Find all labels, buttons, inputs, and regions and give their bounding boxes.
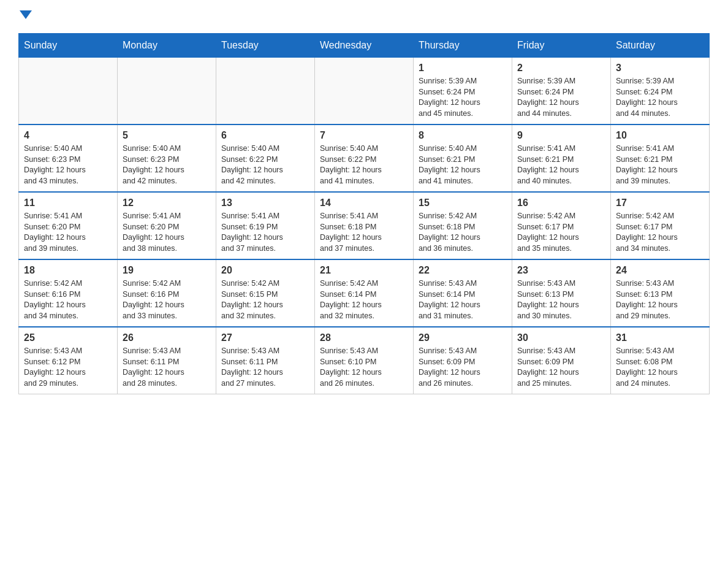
day-number: 2 (517, 63, 605, 74)
calendar-table: SundayMondayTuesdayWednesdayThursdayFrid… (18, 33, 710, 394)
day-header-thursday: Thursday (414, 34, 512, 58)
calendar-week-row: 4Sunrise: 5:40 AMSunset: 6:23 PMDaylight… (19, 124, 710, 192)
calendar-cell: 19Sunrise: 5:42 AMSunset: 6:16 PMDayligh… (118, 259, 216, 327)
day-info: Sunrise: 5:43 AMSunset: 6:11 PMDaylight:… (221, 346, 309, 389)
day-info: Sunrise: 5:40 AMSunset: 6:23 PMDaylight:… (24, 144, 112, 186)
day-info: Sunrise: 5:40 AMSunset: 6:23 PMDaylight:… (123, 144, 211, 186)
day-number: 20 (221, 265, 309, 276)
calendar-cell: 30Sunrise: 5:43 AMSunset: 6:09 PMDayligh… (512, 327, 611, 394)
calendar-cell: 7Sunrise: 5:40 AMSunset: 6:22 PMDaylight… (315, 124, 414, 192)
day-info: Sunrise: 5:42 AMSunset: 6:18 PMDaylight:… (419, 211, 507, 254)
logo (18, 12, 32, 21)
day-info: Sunrise: 5:43 AMSunset: 6:10 PMDaylight:… (320, 346, 408, 389)
calendar-cell: 1Sunrise: 5:39 AMSunset: 6:24 PMDaylight… (414, 58, 512, 125)
day-number: 9 (517, 130, 605, 141)
day-number: 4 (24, 130, 112, 141)
day-number: 23 (517, 265, 605, 276)
day-number: 13 (221, 197, 309, 209)
calendar-week-row: 11Sunrise: 5:41 AMSunset: 6:20 PMDayligh… (19, 192, 710, 259)
day-number: 12 (123, 197, 211, 209)
day-number: 18 (24, 265, 112, 276)
day-number: 17 (616, 197, 704, 209)
day-info: Sunrise: 5:40 AMSunset: 6:22 PMDaylight:… (221, 144, 309, 186)
day-number: 22 (419, 265, 507, 276)
day-info: Sunrise: 5:43 AMSunset: 6:14 PMDaylight:… (419, 278, 507, 321)
calendar-cell: 5Sunrise: 5:40 AMSunset: 6:23 PMDaylight… (118, 124, 216, 192)
calendar-cell: 10Sunrise: 5:41 AMSunset: 6:21 PMDayligh… (611, 124, 710, 192)
day-info: Sunrise: 5:42 AMSunset: 6:14 PMDaylight:… (320, 278, 408, 321)
calendar-cell: 26Sunrise: 5:43 AMSunset: 6:11 PMDayligh… (118, 327, 216, 394)
day-info: Sunrise: 5:43 AMSunset: 6:13 PMDaylight:… (616, 278, 704, 321)
calendar-cell: 29Sunrise: 5:43 AMSunset: 6:09 PMDayligh… (414, 327, 512, 394)
day-number: 10 (616, 130, 704, 141)
calendar-cell: 12Sunrise: 5:41 AMSunset: 6:20 PMDayligh… (118, 192, 216, 259)
calendar-cell: 3Sunrise: 5:39 AMSunset: 6:24 PMDaylight… (611, 58, 710, 125)
day-number: 21 (320, 265, 408, 276)
day-info: Sunrise: 5:42 AMSunset: 6:15 PMDaylight:… (221, 278, 309, 321)
calendar-week-row: 25Sunrise: 5:43 AMSunset: 6:12 PMDayligh… (19, 327, 710, 394)
day-number: 11 (24, 197, 112, 209)
day-info: Sunrise: 5:39 AMSunset: 6:24 PMDaylight:… (517, 76, 605, 119)
day-info: Sunrise: 5:40 AMSunset: 6:22 PMDaylight:… (320, 144, 408, 186)
page-header (18, 12, 710, 21)
day-info: Sunrise: 5:41 AMSunset: 6:19 PMDaylight:… (221, 211, 309, 254)
day-info: Sunrise: 5:43 AMSunset: 6:13 PMDaylight:… (517, 278, 605, 321)
day-number: 25 (24, 332, 112, 343)
calendar-cell: 20Sunrise: 5:42 AMSunset: 6:15 PMDayligh… (216, 259, 315, 327)
logo-triangle-icon (20, 10, 32, 19)
calendar-cell: 8Sunrise: 5:40 AMSunset: 6:21 PMDaylight… (414, 124, 512, 192)
day-number: 1 (419, 63, 507, 74)
day-info: Sunrise: 5:42 AMSunset: 6:16 PMDaylight:… (24, 278, 112, 321)
day-header-friday: Friday (512, 34, 611, 58)
calendar-cell: 6Sunrise: 5:40 AMSunset: 6:22 PMDaylight… (216, 124, 315, 192)
day-number: 15 (419, 197, 507, 209)
day-header-wednesday: Wednesday (315, 34, 414, 58)
calendar-cell: 22Sunrise: 5:43 AMSunset: 6:14 PMDayligh… (414, 259, 512, 327)
calendar-cell (118, 58, 216, 125)
day-info: Sunrise: 5:41 AMSunset: 6:21 PMDaylight:… (616, 144, 704, 186)
calendar-week-row: 18Sunrise: 5:42 AMSunset: 6:16 PMDayligh… (19, 259, 710, 327)
day-number: 30 (517, 332, 605, 343)
day-header-sunday: Sunday (19, 34, 118, 58)
day-number: 3 (616, 63, 704, 74)
day-info: Sunrise: 5:41 AMSunset: 6:20 PMDaylight:… (123, 211, 211, 254)
day-info: Sunrise: 5:43 AMSunset: 6:11 PMDaylight:… (123, 346, 211, 389)
day-number: 14 (320, 197, 408, 209)
day-info: Sunrise: 5:39 AMSunset: 6:24 PMDaylight:… (616, 76, 704, 119)
day-info: Sunrise: 5:41 AMSunset: 6:21 PMDaylight:… (517, 144, 605, 186)
day-number: 5 (123, 130, 211, 141)
calendar-cell: 9Sunrise: 5:41 AMSunset: 6:21 PMDaylight… (512, 124, 611, 192)
calendar-cell: 25Sunrise: 5:43 AMSunset: 6:12 PMDayligh… (19, 327, 118, 394)
day-number: 28 (320, 332, 408, 343)
day-info: Sunrise: 5:41 AMSunset: 6:18 PMDaylight:… (320, 211, 408, 254)
day-info: Sunrise: 5:40 AMSunset: 6:21 PMDaylight:… (419, 144, 507, 186)
calendar-header-row: SundayMondayTuesdayWednesdayThursdayFrid… (19, 34, 710, 58)
calendar-cell: 28Sunrise: 5:43 AMSunset: 6:10 PMDayligh… (315, 327, 414, 394)
calendar-cell (315, 58, 414, 125)
calendar-week-row: 1Sunrise: 5:39 AMSunset: 6:24 PMDaylight… (19, 58, 710, 125)
calendar-cell: 31Sunrise: 5:43 AMSunset: 6:08 PMDayligh… (611, 327, 710, 394)
calendar-cell (216, 58, 315, 125)
day-info: Sunrise: 5:43 AMSunset: 6:09 PMDaylight:… (517, 346, 605, 389)
day-number: 19 (123, 265, 211, 276)
calendar-cell: 21Sunrise: 5:42 AMSunset: 6:14 PMDayligh… (315, 259, 414, 327)
calendar-cell: 13Sunrise: 5:41 AMSunset: 6:19 PMDayligh… (216, 192, 315, 259)
day-number: 27 (221, 332, 309, 343)
calendar-cell: 4Sunrise: 5:40 AMSunset: 6:23 PMDaylight… (19, 124, 118, 192)
calendar-cell: 15Sunrise: 5:42 AMSunset: 6:18 PMDayligh… (414, 192, 512, 259)
day-info: Sunrise: 5:43 AMSunset: 6:09 PMDaylight:… (419, 346, 507, 389)
day-number: 8 (419, 130, 507, 141)
day-info: Sunrise: 5:42 AMSunset: 6:17 PMDaylight:… (517, 211, 605, 254)
day-number: 29 (419, 332, 507, 343)
day-info: Sunrise: 5:43 AMSunset: 6:08 PMDaylight:… (616, 346, 704, 389)
calendar-cell (19, 58, 118, 125)
day-header-saturday: Saturday (611, 34, 710, 58)
calendar-cell: 11Sunrise: 5:41 AMSunset: 6:20 PMDayligh… (19, 192, 118, 259)
day-info: Sunrise: 5:42 AMSunset: 6:17 PMDaylight:… (616, 211, 704, 254)
day-header-monday: Monday (118, 34, 216, 58)
day-number: 26 (123, 332, 211, 343)
calendar-cell: 14Sunrise: 5:41 AMSunset: 6:18 PMDayligh… (315, 192, 414, 259)
calendar-cell: 27Sunrise: 5:43 AMSunset: 6:11 PMDayligh… (216, 327, 315, 394)
day-info: Sunrise: 5:42 AMSunset: 6:16 PMDaylight:… (123, 278, 211, 321)
calendar-cell: 23Sunrise: 5:43 AMSunset: 6:13 PMDayligh… (512, 259, 611, 327)
